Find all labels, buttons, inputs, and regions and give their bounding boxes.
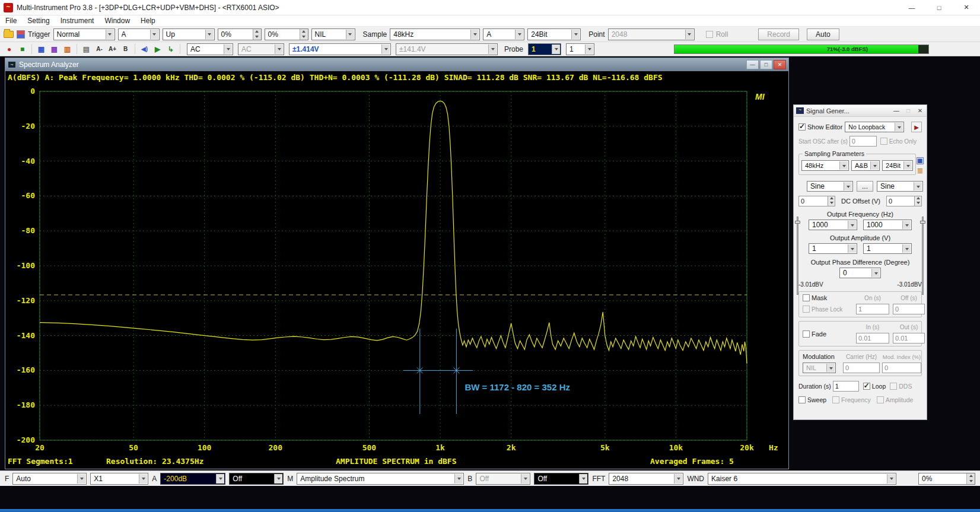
bit-depth-select[interactable]: 24Bit [527, 28, 581, 40]
open-file-icon[interactable] [4, 31, 14, 38]
waveform-b-select[interactable]: Sine [877, 181, 923, 192]
b-mode-select[interactable]: Off [534, 473, 588, 485]
signal-generator-titlebar[interactable]: ~ Signal Gener... — □ ✕ [794, 105, 927, 117]
dc-offset-b-input[interactable] [886, 196, 915, 206]
close-button[interactable]: ✕ [916, 107, 924, 114]
menu-window[interactable]: Window [99, 17, 135, 25]
dc-offset-a-input[interactable] [798, 196, 828, 206]
generator-channels-select[interactable]: A&B [851, 160, 880, 171]
loopback-select[interactable]: No Loopback [845, 122, 904, 132]
minimize-button[interactable]: — [746, 60, 759, 69]
loop-checkbox[interactable] [863, 383, 870, 390]
spectrogram-view-icon[interactable]: ▩ [49, 44, 60, 55]
sampling-channel-select[interactable]: A [483, 28, 524, 40]
display-mode-select[interactable]: Amplitude Spectrum [297, 473, 464, 485]
amplitude-b-select[interactable]: 1 [863, 243, 912, 254]
amplitude-b-slider[interactable] [920, 217, 925, 295]
trigger-edge-select[interactable]: Up [163, 28, 215, 40]
fade-out-input[interactable] [893, 333, 925, 344]
maximize-button[interactable]: □ [925, 0, 953, 15]
menu-instrument[interactable]: Instrument [55, 17, 100, 25]
probe-b-select[interactable]: 1 [566, 43, 594, 55]
record-icon[interactable]: ● [4, 44, 15, 55]
overlap-spinner[interactable]: 0% [918, 473, 975, 485]
phase-difference-select[interactable]: 0 [839, 268, 881, 278]
zoom-select[interactable]: X1 [90, 473, 148, 485]
trigger-level-spinner[interactable]: 0% [218, 28, 262, 40]
coupling-b-select[interactable]: AC [238, 43, 284, 55]
close-button[interactable]: ✕ [774, 60, 786, 69]
roll-checkbox[interactable] [706, 31, 713, 38]
modulation-type-select[interactable]: NIL [803, 362, 836, 373]
spin-down-icon[interactable] [300, 34, 308, 40]
waveform-a-select[interactable]: Sine [807, 181, 853, 192]
start-osc-input[interactable] [849, 136, 877, 147]
frequency-axis-select[interactable]: Auto [12, 473, 87, 485]
trigger-source-select[interactable]: A [118, 28, 160, 40]
speaker-icon[interactable]: ◀) [139, 44, 150, 55]
amplitude-a-select[interactable]: 1 [809, 243, 857, 254]
fft-size-select[interactable]: 2048 [609, 473, 683, 485]
duration-input[interactable] [833, 381, 859, 392]
trigger-delay-spinner[interactable]: 0% [265, 28, 308, 40]
phase-lock-checkbox[interactable] [803, 306, 810, 313]
record-length-select[interactable]: 2048 [608, 28, 695, 40]
dc-offset-b-spinner[interactable] [915, 196, 922, 206]
spin-down-icon[interactable] [967, 478, 975, 484]
record-button[interactable]: Record [758, 28, 799, 40]
phase-lock-a-input[interactable] [856, 304, 889, 314]
font-increase-icon[interactable]: A+ [107, 44, 118, 55]
maximize-button[interactable]: □ [904, 107, 912, 114]
carrier-input[interactable] [843, 362, 880, 373]
stop-icon[interactable]: ■ [17, 44, 28, 55]
spectrum-titlebar[interactable]: ~ Spectrum Analyzer — □ ✕ [5, 58, 788, 71]
trigger-rejection-select[interactable]: NIL [311, 28, 355, 40]
dds-checkbox[interactable] [890, 383, 897, 390]
spin-up-icon[interactable] [967, 473, 975, 478]
save-icon[interactable]: ▣ [916, 156, 924, 164]
range-b-select[interactable]: ±141.4V [396, 43, 498, 55]
spin-up-icon[interactable] [253, 29, 261, 34]
fade-in-input[interactable] [856, 333, 889, 344]
sweep-checkbox[interactable] [798, 396, 806, 403]
loop-icon[interactable]: ↳ [165, 44, 176, 55]
frequency-a-select[interactable]: 1000 [809, 220, 857, 230]
auto-button[interactable]: Auto [807, 28, 839, 40]
coupling-a-select[interactable]: AC [187, 43, 233, 55]
minimize-button[interactable]: — [892, 107, 901, 114]
menu-file[interactable]: File [0, 17, 22, 25]
a-mode-select[interactable]: Off [229, 473, 284, 485]
sampling-rate-select[interactable]: 48kHz [390, 28, 480, 40]
amplitude-a-slider[interactable] [795, 217, 800, 295]
sweep-amplitude-checkbox[interactable] [877, 396, 884, 403]
range-a-select[interactable]: ±1.414V [289, 43, 391, 55]
window-function-select[interactable]: Kaiser 6 [708, 473, 896, 485]
menu-setting[interactable]: Setting [22, 17, 55, 25]
frequency-b-select[interactable]: 1000 [863, 220, 912, 230]
waveform-library-icon[interactable]: ≣ [917, 167, 924, 174]
spectrum-plot[interactable]: 20501002005001k2k5k10k20k0-20-40-60-80-1… [5, 84, 788, 457]
trigger-mode-select[interactable]: Normal [53, 28, 115, 40]
b-range-select[interactable]: Off [476, 473, 530, 485]
bold-icon[interactable]: B [120, 44, 131, 55]
waveform-editor-button[interactable]: ... [857, 181, 873, 192]
mod-index-input[interactable] [882, 362, 921, 373]
generator-rate-select[interactable]: 48kHz [801, 160, 849, 171]
show-editor-checkbox[interactable] [798, 123, 806, 131]
spin-up-icon[interactable] [300, 29, 308, 34]
close-button[interactable]: ✕ [953, 0, 980, 15]
play-icon[interactable]: ▶ [152, 44, 163, 55]
minimize-button[interactable]: — [898, 0, 925, 15]
font-decrease-icon[interactable]: A- [94, 44, 105, 55]
maximize-button[interactable]: □ [760, 60, 772, 69]
spin-down-icon[interactable] [253, 34, 261, 40]
slider-handle[interactable] [795, 221, 800, 224]
spin-down-icon[interactable] [915, 200, 921, 206]
multi-view-icon[interactable]: ▥ [62, 44, 73, 55]
waterfall-view-icon[interactable]: ▦ [36, 44, 47, 55]
generator-bits-select[interactable]: 24Bit [882, 160, 913, 171]
slider-handle[interactable] [920, 221, 925, 224]
echo-only-checkbox[interactable] [880, 138, 887, 145]
start-generator-button[interactable]: ▶ [911, 122, 922, 132]
probe-a-select[interactable]: 1 [528, 43, 561, 55]
